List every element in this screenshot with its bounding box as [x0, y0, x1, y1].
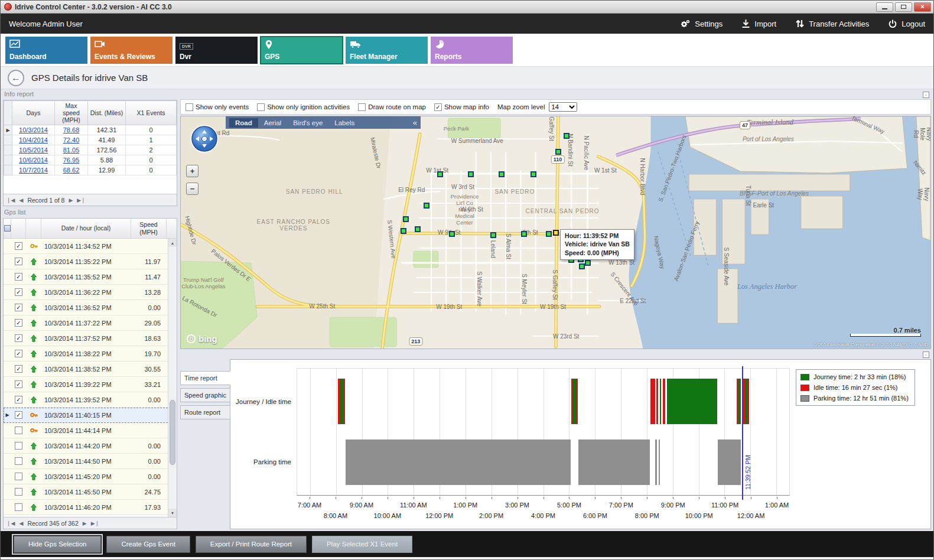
row-checkbox[interactable]: ✓ [15, 273, 22, 281]
gps-list-row[interactable]: 10/3/2014 11:44:50 PM0.00 [4, 454, 177, 469]
map-option-show-only-events[interactable]: Show only events [186, 103, 249, 111]
map-collapse-icon[interactable]: ▫ [923, 92, 929, 98]
select-all-cell[interactable] [4, 219, 11, 238]
row-checkbox[interactable]: ✓ [15, 288, 22, 296]
row-checkbox[interactable] [15, 426, 22, 434]
gps-marker[interactable] [401, 228, 406, 234]
gps-list-row[interactable]: ✓10/3/2014 11:37:52 PM18.63 [4, 331, 177, 346]
row-checkbox[interactable] [15, 473, 22, 480]
pager-next-button[interactable]: ▶ [83, 520, 87, 526]
chart-collapse-icon[interactable]: ▫ [923, 351, 929, 358]
pager-last-button[interactable]: ▶❘ [91, 520, 99, 526]
gps-list-row[interactable]: 10/3/2014 11:46:20 PM17.93 [4, 500, 177, 515]
row-checkbox[interactable]: ✓ [15, 350, 22, 357]
checkbox[interactable]: ✓ [434, 103, 442, 111]
tab-dashboard[interactable]: Dashboard [5, 37, 87, 64]
max-speed-link[interactable]: 78.68 [63, 126, 80, 134]
gps-list-row[interactable]: ✓10/3/2014 11:38:52 PM30.55 [4, 362, 177, 377]
gps-list-row[interactable]: 10/3/2014 11:44:14 PM [4, 423, 177, 438]
pager-first-button[interactable]: ❘◀ [6, 197, 15, 203]
gps-marker[interactable] [585, 260, 591, 266]
max-speed-link[interactable]: 76.95 [63, 157, 80, 164]
gps-marker[interactable] [546, 231, 552, 237]
map-option-show-map-info[interactable]: ✓Show map info [434, 103, 489, 111]
gps-marker[interactable] [499, 171, 505, 177]
day-link[interactable]: 10/4/2014 [19, 136, 48, 144]
row-checkbox[interactable]: ✓ [15, 242, 22, 250]
minimize-button[interactable] [876, 2, 893, 12]
logout-button[interactable]: Logout [888, 19, 925, 28]
scroll-down-icon[interactable]: ▼ [168, 509, 177, 517]
back-button[interactable]: ← [8, 70, 24, 86]
map-view-aerial[interactable]: Aerial [258, 118, 287, 128]
row-checkbox[interactable] [15, 503, 22, 511]
info-report-row[interactable]: 10/5/201481.05172.562 [4, 145, 177, 155]
gps-marker[interactable] [415, 226, 421, 232]
info-report-row[interactable]: ▶10/3/201478.68142.310 [4, 125, 177, 135]
pager-last-button[interactable]: ▶❘ [77, 197, 85, 203]
gps-list-row[interactable]: ✓10/3/2014 11:37:22 PM29.05 [4, 315, 177, 331]
hide-gps-selection-button[interactable]: Hide Gps Selection [14, 536, 101, 553]
pager-prev-button[interactable]: ◀ [19, 520, 23, 526]
pager-next-button[interactable]: ▶ [69, 197, 73, 203]
tab-gps[interactable]: GPS [261, 37, 343, 64]
export-print-route-report-button[interactable]: Export / Print Route Report [196, 536, 307, 553]
tab-time-report[interactable]: Time report [180, 371, 230, 385]
col-x1-events[interactable]: X1 Events [126, 101, 177, 125]
tab-dvr[interactable]: DVR Dvr [175, 37, 258, 64]
scrollbar-thumb[interactable] [170, 400, 175, 465]
day-link[interactable]: 10/3/2014 [19, 126, 48, 134]
gps-list-row[interactable]: ▶✓10/3/2014 11:40:15 PM [4, 408, 177, 423]
row-checkbox[interactable]: ✓ [15, 258, 22, 265]
gps-marker[interactable] [521, 231, 527, 237]
gps-marker[interactable] [579, 263, 585, 269]
transfer-activities-button[interactable]: Transfer Activities [795, 19, 869, 28]
gps-list-row[interactable]: ✓10/3/2014 11:34:52 PM [4, 239, 177, 254]
col-date-hour[interactable]: Date / hour (local) [41, 219, 131, 238]
map[interactable]: Peck ParkCrest RdW Summerland AveMirales… [180, 116, 931, 349]
tab-route-report[interactable]: Route report [180, 405, 230, 419]
gps-marker[interactable] [564, 133, 569, 139]
gps-list-row[interactable]: ✓10/3/2014 11:39:52 PM0.00 [4, 392, 177, 408]
col-dist[interactable]: Dist. (Miles) [88, 101, 126, 125]
import-button[interactable]: Import [741, 19, 776, 28]
map-view-road[interactable]: Road [229, 118, 258, 128]
gps-marker[interactable] [424, 203, 429, 209]
gps-list-row[interactable]: 10/3/2014 11:45:50 PM24.75 [4, 484, 177, 500]
col-days[interactable]: Days [12, 101, 55, 125]
settings-button[interactable]: Settings [680, 19, 723, 28]
info-report-row[interactable]: 10/7/201468.6212.990 [4, 165, 177, 175]
map-compass-control[interactable] [190, 125, 219, 155]
map-view-labels[interactable]: Labels [328, 118, 360, 128]
gps-list-row[interactable]: ✓10/3/2014 11:36:22 PM13.28 [4, 285, 177, 300]
gps-list-row[interactable]: ✓10/3/2014 11:39:22 PM33.21 [4, 377, 177, 392]
col-speed[interactable]: Speed (MPH) [131, 219, 167, 238]
map-viewbar-collapse-icon[interactable]: « [413, 118, 417, 127]
gps-list-row[interactable]: 10/3/2014 11:44:20 PM0.00 [4, 438, 177, 454]
row-checkbox[interactable]: ✓ [15, 334, 22, 342]
row-checkbox[interactable]: ✓ [15, 319, 22, 327]
info-report-row[interactable]: 10/4/201472.4041.491 [4, 135, 177, 145]
row-checkbox[interactable] [15, 442, 22, 450]
zoom-in-button[interactable]: + [186, 165, 198, 177]
max-speed-link[interactable]: 72.40 [63, 136, 80, 144]
create-gps-event-button[interactable]: Create Gps Event [106, 536, 190, 553]
tab-fleet-manager[interactable]: Fleet Manager [346, 37, 428, 64]
info-report-row[interactable]: 10/6/201476.955.880 [4, 155, 177, 165]
tab-reports[interactable]: Reports [431, 37, 513, 64]
row-checkbox[interactable]: ✓ [15, 411, 22, 419]
gps-marker[interactable] [449, 231, 455, 237]
tab-speed-graphic[interactable]: Speed graphic [180, 388, 230, 402]
checkbox[interactable] [358, 103, 366, 111]
gps-list-scrollbar[interactable]: ▲ ▼ [168, 239, 177, 517]
pager-prev-button[interactable]: ◀ [19, 197, 23, 203]
selected-gps-marker[interactable] [553, 230, 559, 236]
map-view-bird-s-eye[interactable]: Bird's eye [287, 118, 328, 128]
gps-marker[interactable] [490, 232, 496, 238]
max-speed-link[interactable]: 68.62 [63, 167, 80, 174]
map-option-draw-route-on-map[interactable]: Draw route on map [358, 103, 426, 111]
gps-list-row[interactable]: ✓10/3/2014 11:36:52 PM0.00 [4, 300, 177, 315]
day-link[interactable]: 10/5/2014 [19, 146, 48, 154]
scroll-up-icon[interactable]: ▲ [168, 239, 177, 247]
gps-marker[interactable] [555, 149, 561, 155]
